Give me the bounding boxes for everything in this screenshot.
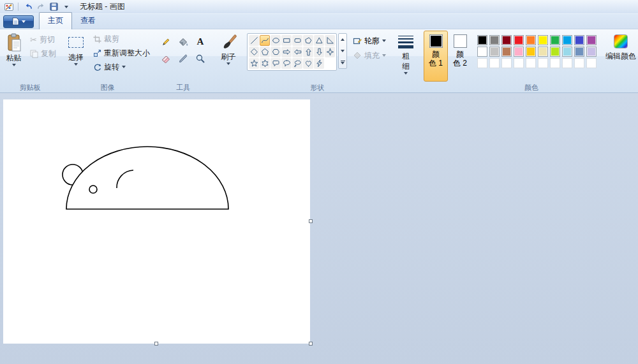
fill-shape-icon	[353, 51, 362, 60]
palette-swatch-empty[interactable]	[526, 58, 536, 68]
fill-with-color-tool-button[interactable]	[175, 34, 191, 50]
rotate-button[interactable]: 旋转	[91, 61, 152, 73]
shape-triangle[interactable]	[314, 35, 324, 46]
drawing-canvas[interactable]	[3, 99, 310, 344]
shape-arrow-left[interactable]	[292, 47, 302, 57]
shape-star-4[interactable]	[325, 47, 335, 57]
crop-button[interactable]: 裁剪	[91, 33, 152, 45]
color2-button[interactable]: 颜 色 2	[448, 31, 472, 82]
palette-swatch-empty[interactable]	[538, 58, 548, 68]
group-colors: 颜 色 1 颜 色 2 编辑颜色 颜色	[422, 30, 638, 92]
shape-callout-oval[interactable]	[281, 58, 292, 69]
palette-swatch-880015[interactable]	[501, 35, 512, 45]
color-palette	[477, 35, 598, 69]
shape-star-6[interactable]	[260, 58, 270, 69]
shape-curve[interactable]	[260, 35, 270, 46]
menu-document-icon	[12, 17, 19, 25]
tab-view[interactable]: 查看	[72, 13, 104, 29]
shape-arrow-down[interactable]	[314, 47, 324, 57]
canvas-resize-handle-bottom[interactable]	[154, 342, 158, 346]
shape-rectangle[interactable]	[281, 35, 292, 46]
rotate-label: 旋转	[104, 62, 119, 73]
palette-swatch-empty[interactable]	[514, 58, 524, 68]
shapes-scroll-down-button[interactable]	[339, 45, 346, 57]
fill-button[interactable]: 填充	[351, 49, 388, 62]
palette-swatch-7092be[interactable]	[574, 47, 584, 57]
cut-button[interactable]: ✂ 剪切	[27, 33, 59, 46]
outline-button[interactable]: 轮廓	[351, 34, 388, 47]
palette-swatch-c8bfe7[interactable]	[586, 47, 597, 57]
canvas-resize-handle-corner[interactable]	[309, 342, 313, 346]
shape-polygon[interactable]	[303, 35, 313, 46]
shapes-more-button[interactable]	[339, 57, 346, 68]
shape-pentagon[interactable]	[260, 47, 270, 57]
canvas-resize-handle-right[interactable]	[309, 219, 313, 223]
eraser-tool-button[interactable]	[158, 50, 174, 66]
color-picker-tool-button[interactable]	[175, 50, 191, 66]
palette-swatch-ed1c24[interactable]	[514, 35, 524, 45]
shape-callout-rounded[interactable]	[271, 58, 281, 69]
crop-icon	[93, 35, 101, 43]
resize-icon	[93, 49, 101, 57]
shape-arrow-right[interactable]	[281, 47, 292, 57]
palette-swatch-ff7f27[interactable]	[526, 35, 536, 45]
color1-button[interactable]: 颜 色 1	[424, 31, 448, 82]
shape-arrow-up[interactable]	[303, 47, 313, 57]
palette-swatch-00a2e8[interactable]	[562, 35, 572, 45]
shape-callout-cloud[interactable]	[292, 58, 302, 69]
resize-button[interactable]: 重新调整大小	[91, 47, 152, 59]
palette-swatch-3f48cc[interactable]	[574, 35, 584, 45]
shape-right-triangle[interactable]	[325, 35, 335, 46]
palette-swatch-b5e61d[interactable]	[550, 47, 560, 57]
palette-swatch-c3c3c3[interactable]	[489, 47, 500, 57]
copy-button[interactable]: 复制	[27, 47, 59, 60]
palette-swatch-ffffff[interactable]	[477, 47, 487, 57]
palette-swatch-fff200[interactable]	[538, 35, 548, 45]
palette-swatch-empty[interactable]	[477, 58, 487, 68]
text-tool-button[interactable]: A	[192, 34, 209, 50]
application-menu-button[interactable]	[3, 15, 34, 28]
undo-button[interactable]	[22, 1, 34, 13]
tab-home[interactable]: 主页	[39, 12, 72, 29]
palette-swatch-ffaec9[interactable]	[514, 47, 524, 57]
palette-swatch-empty[interactable]	[489, 58, 500, 68]
palette-swatch-99d9ea[interactable]	[562, 47, 572, 57]
brushes-button[interactable]: 刷子	[214, 31, 243, 82]
palette-swatch-empty[interactable]	[501, 58, 512, 68]
shapes-scroll-up-button[interactable]	[339, 34, 346, 45]
palette-swatch-empty[interactable]	[574, 58, 584, 68]
shape-star-5[interactable]	[249, 58, 259, 69]
qat-customize-button[interactable]	[61, 1, 72, 13]
size-button[interactable]: 粗 细	[392, 31, 420, 82]
palette-swatch-a349a4[interactable]	[586, 35, 597, 45]
palette-swatch-7f7f7f[interactable]	[489, 35, 500, 45]
magnifier-tool-button[interactable]	[192, 50, 209, 66]
ribbon: 粘贴 ✂ 剪切 复制	[0, 29, 638, 93]
palette-swatch-000000[interactable]	[477, 35, 487, 45]
color1-label-line2: 色 1	[429, 59, 443, 68]
shapes-group-label: 形状	[247, 83, 388, 92]
paste-button[interactable]: 粘贴	[1, 31, 26, 82]
shape-diamond[interactable]	[249, 47, 259, 57]
eraser-icon	[161, 54, 171, 64]
edit-colors-button[interactable]: 编辑颜色	[602, 31, 638, 82]
palette-swatch-22b14c[interactable]	[550, 35, 560, 45]
shape-oval[interactable]	[271, 35, 281, 46]
shape-rounded-rectangle[interactable]	[292, 35, 302, 46]
shape-line[interactable]	[249, 35, 259, 46]
palette-swatch-empty[interactable]	[586, 58, 597, 68]
palette-swatch-b97a57[interactable]	[501, 47, 512, 57]
save-button[interactable]	[48, 1, 59, 13]
shape-lightning[interactable]	[314, 58, 324, 69]
palette-swatch-efe4b0[interactable]	[538, 47, 548, 57]
paint-app-icon[interactable]	[4, 2, 14, 12]
shape-hexagon[interactable]	[271, 47, 281, 57]
palette-swatch-empty[interactable]	[562, 58, 572, 68]
redo-button[interactable]	[35, 1, 47, 13]
select-button[interactable]: 选择	[63, 31, 89, 82]
paste-icon	[6, 33, 22, 52]
palette-swatch-empty[interactable]	[550, 58, 560, 68]
pencil-tool-button[interactable]	[158, 34, 174, 50]
palette-swatch-ffc90e[interactable]	[526, 47, 536, 57]
shape-heart[interactable]	[303, 58, 313, 69]
